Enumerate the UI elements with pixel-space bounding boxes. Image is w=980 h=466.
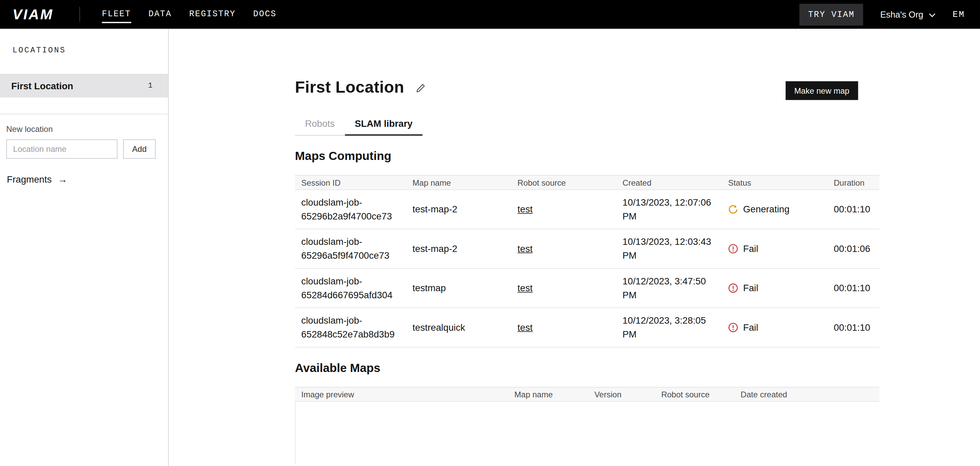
duration: 00:01:10 xyxy=(827,282,879,295)
main-content: First Location Make new map Robots SLAM … xyxy=(169,29,980,466)
session-id: cloudslam-job-65284d667695afd304 xyxy=(295,274,406,302)
table-row: cloudslam-job-65296a5f9f4700ce73 test-ma… xyxy=(295,229,879,269)
available-maps-empty-body xyxy=(295,402,879,464)
created-timestamp: 10/13/2023, 12:03:43 PM xyxy=(616,235,722,262)
add-location-button[interactable]: Add xyxy=(123,139,156,159)
robot-source-link[interactable]: test xyxy=(517,204,533,215)
nav-item-docs[interactable]: DOCS xyxy=(253,6,277,23)
try-viam-button[interactable]: TRY VIAM xyxy=(799,3,863,25)
column-header-map-name: Map name xyxy=(406,178,511,187)
column-header-map-name: Map name xyxy=(508,390,589,399)
nav-divider xyxy=(80,7,80,22)
status-cell: Fail xyxy=(722,321,827,334)
nav-item-registry[interactable]: REGISTRY xyxy=(189,6,236,23)
table-row: cloudslam-job-65284d667695afd304 testmap… xyxy=(295,269,879,308)
status-label: Fail xyxy=(743,321,759,334)
session-id: cloudslam-job-65296a5f9f4700ce73 xyxy=(295,235,406,262)
location-name: First Location xyxy=(11,80,73,91)
robot-source-link[interactable]: test xyxy=(517,282,533,293)
table-row: cloudslam-job-65296b2a9f4700ce73 test-ma… xyxy=(295,190,879,229)
edit-pencil-icon[interactable] xyxy=(415,83,426,93)
duration: 00:01:10 xyxy=(827,321,879,334)
chevron-down-icon xyxy=(929,10,936,20)
viam-logo[interactable]: VIAM xyxy=(13,6,70,23)
location-robot-count: 1 xyxy=(148,81,153,90)
tab-slam-library[interactable]: SLAM library xyxy=(345,117,422,135)
table-header: Session ID Map name Robot source Created… xyxy=(295,175,879,190)
column-header-date-created: Date created xyxy=(735,390,880,399)
robot-source-link[interactable]: test xyxy=(517,322,533,332)
status-label: Generating xyxy=(743,202,790,216)
duration: 00:01:10 xyxy=(827,202,879,216)
locations-heading: LOCATIONS xyxy=(0,46,168,55)
app-window: VIAM FLEET DATA REGISTRY DOCS TRY VIAM E… xyxy=(0,0,980,466)
primary-nav: FLEET DATA REGISTRY DOCS xyxy=(102,6,276,23)
session-id: cloudslam-job-65296b2a9f4700ce73 xyxy=(295,196,406,223)
table-header: Image preview Map name Version Robot sou… xyxy=(295,387,879,402)
make-new-map-button[interactable]: Make new map xyxy=(786,81,858,100)
status-label: Fail xyxy=(743,282,759,295)
map-name: testmap xyxy=(406,282,511,295)
map-name: testrealquick xyxy=(406,321,511,334)
status-cell: Fail xyxy=(722,242,827,256)
fail-alert-icon xyxy=(728,323,738,333)
column-header-created: Created xyxy=(616,178,722,187)
available-maps-table: Image preview Map name Version Robot sou… xyxy=(295,387,879,464)
created-timestamp: 10/12/2023, 3:47:50 PM xyxy=(616,274,722,302)
fail-alert-icon xyxy=(728,244,738,254)
maps-computing-heading: Maps Computing xyxy=(295,149,980,164)
column-header-duration: Duration xyxy=(827,178,879,187)
column-header-image-preview: Image preview xyxy=(295,390,508,399)
nav-item-fleet[interactable]: FLEET xyxy=(102,6,131,23)
org-switcher[interactable]: Esha's Org xyxy=(880,10,936,20)
map-name: test-map-2 xyxy=(406,202,511,216)
created-timestamp: 10/12/2023, 3:28:05 PM xyxy=(616,314,722,341)
status-cell: Fail xyxy=(722,282,827,295)
top-navbar: VIAM FLEET DATA REGISTRY DOCS TRY VIAM E… xyxy=(0,0,980,29)
tab-bar: Robots SLAM library xyxy=(295,117,422,135)
fail-alert-icon xyxy=(728,283,738,293)
sidebar-item-first-location[interactable]: First Location 1 xyxy=(0,74,168,97)
column-header-version: Version xyxy=(588,390,655,399)
created-timestamp: 10/13/2023, 12:07:06 PM xyxy=(616,196,722,223)
fragments-label: Fragments xyxy=(7,174,52,184)
nav-right-group: TRY VIAM Esha's Org EM xyxy=(799,3,965,25)
duration: 00:01:06 xyxy=(827,242,879,256)
arrow-right-icon: → xyxy=(58,174,67,184)
column-header-robot-source: Robot source xyxy=(655,390,735,399)
locations-sidebar: LOCATIONS First Location 1 New location … xyxy=(0,29,169,466)
new-location-label: New location xyxy=(6,124,162,134)
status-cell: Generating xyxy=(722,202,827,216)
available-maps-heading: Available Maps xyxy=(295,361,980,375)
session-id: cloudslam-job-652848c52e7ab8d3b9 xyxy=(295,314,406,341)
tab-robots[interactable]: Robots xyxy=(295,117,345,135)
map-name: test-map-2 xyxy=(406,242,511,256)
page-body: LOCATIONS First Location 1 New location … xyxy=(0,29,980,466)
title-row: First Location xyxy=(295,78,980,96)
new-location-section: New location Add xyxy=(0,114,168,159)
location-name-input[interactable] xyxy=(6,139,117,159)
status-label: Fail xyxy=(743,242,759,256)
table-row: cloudslam-job-652848c52e7ab8d3b9 testrea… xyxy=(295,308,879,347)
fragments-link[interactable]: Fragments → xyxy=(6,174,67,184)
column-header-robot-source: Robot source xyxy=(511,178,616,187)
page-title: First Location xyxy=(295,78,404,96)
user-menu[interactable]: EM xyxy=(953,10,965,20)
column-header-status: Status xyxy=(722,178,827,187)
generating-spinner-icon xyxy=(728,204,738,215)
column-header-session-id: Session ID xyxy=(295,178,406,187)
robot-source-link[interactable]: test xyxy=(517,243,533,254)
nav-item-data[interactable]: DATA xyxy=(148,6,172,23)
maps-computing-table: Session ID Map name Robot source Created… xyxy=(295,175,879,347)
org-name: Esha's Org xyxy=(880,10,923,20)
